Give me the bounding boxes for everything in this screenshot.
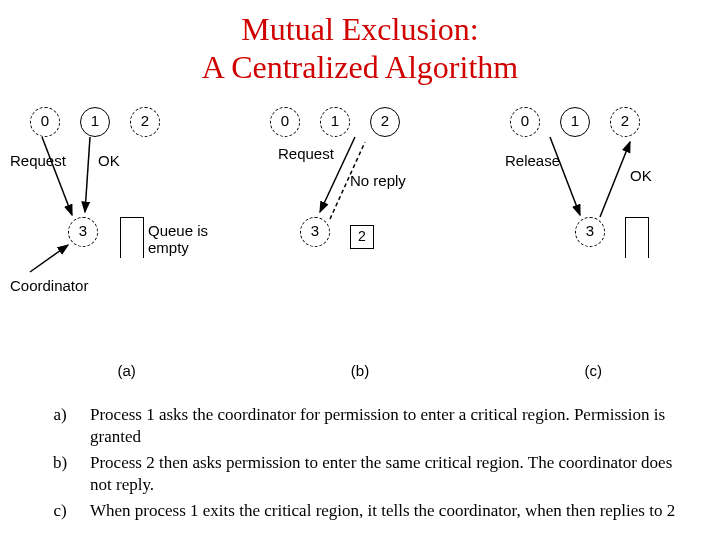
node-a-2: 2 — [130, 107, 160, 137]
label-b-request: Request — [278, 145, 334, 162]
label-b-noreply: No reply — [350, 172, 406, 189]
label-a-queue: Queue is empty — [148, 222, 208, 256]
node-a-0: 0 — [30, 107, 60, 137]
node-b-3: 3 — [300, 217, 330, 247]
node-b-2: 2 — [370, 107, 400, 137]
panel-captions: (a) (b) (c) — [10, 362, 710, 379]
svg-line-1 — [42, 137, 72, 215]
label-c-ok: OK — [630, 167, 652, 184]
title-line-2: A Centralized Algorithm — [202, 49, 518, 85]
explain-text-b: Process 2 then asks permission to enter … — [90, 452, 690, 496]
queue-b: 2 — [350, 225, 374, 249]
caption-c: (c) — [477, 362, 710, 379]
caption-a: (a) — [10, 362, 243, 379]
svg-line-2 — [85, 137, 90, 212]
label-c-release: Release — [505, 152, 560, 169]
label-a-request: Request — [10, 152, 66, 169]
slide-title: Mutual Exclusion: A Centralized Algorith… — [10, 10, 710, 87]
svg-line-3 — [30, 245, 68, 272]
explanation-list: a) Process 1 asks the coordinator for pe… — [10, 404, 710, 522]
label-a-ok: OK — [98, 152, 120, 169]
node-c-0: 0 — [510, 107, 540, 137]
queue-a — [120, 217, 144, 258]
node-c-3: 3 — [575, 217, 605, 247]
node-a-1: 1 — [80, 107, 110, 137]
title-line-1: Mutual Exclusion: — [241, 11, 478, 47]
explain-key-c: c) — [30, 500, 90, 522]
node-c-1: 1 — [560, 107, 590, 137]
diagram: 0 1 2 3 Request OK Coordinator Queue is … — [10, 97, 710, 347]
svg-line-7 — [600, 142, 630, 217]
label-a-coordinator: Coordinator — [10, 277, 88, 294]
node-b-1: 1 — [320, 107, 350, 137]
node-a-3: 3 — [68, 217, 98, 247]
node-b-0: 0 — [270, 107, 300, 137]
explain-key-b: b) — [30, 452, 90, 496]
explain-text-a: Process 1 asks the coordinator for permi… — [90, 404, 690, 448]
explain-key-a: a) — [30, 404, 90, 448]
queue-c — [625, 217, 649, 258]
node-c-2: 2 — [610, 107, 640, 137]
svg-line-6 — [550, 137, 580, 215]
explain-text-c: When process 1 exits the critical region… — [90, 500, 690, 522]
arrows-svg — [10, 97, 710, 347]
caption-b: (b) — [243, 362, 476, 379]
